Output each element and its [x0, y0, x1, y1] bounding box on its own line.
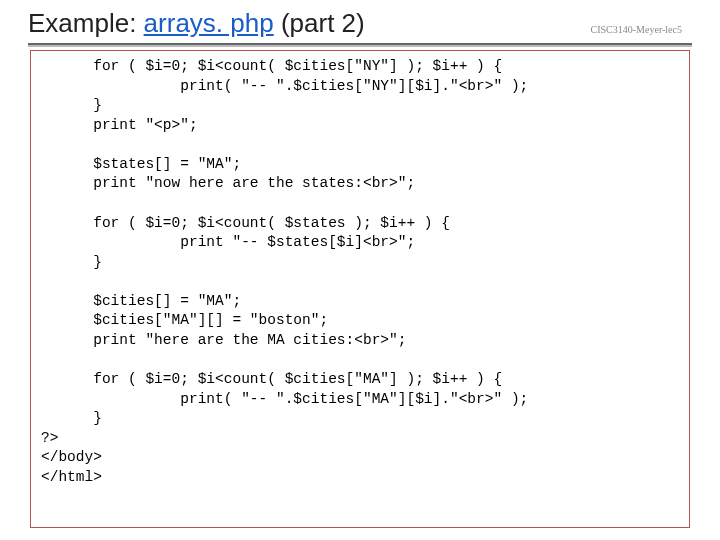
title-prefix: Example:: [28, 8, 144, 38]
slide-title: Example: arrays. php (part 2): [28, 8, 365, 39]
slide: Example: arrays. php (part 2) CISC3140-M…: [0, 0, 720, 540]
code-box: for ( $i=0; $i<count( $cities["NY"] ); $…: [30, 50, 690, 528]
title-rule: [28, 43, 692, 47]
course-stamp: CISC3140-Meyer-lec5: [591, 24, 682, 35]
title-suffix: (part 2): [274, 8, 365, 38]
title-link: arrays. php: [144, 8, 274, 38]
